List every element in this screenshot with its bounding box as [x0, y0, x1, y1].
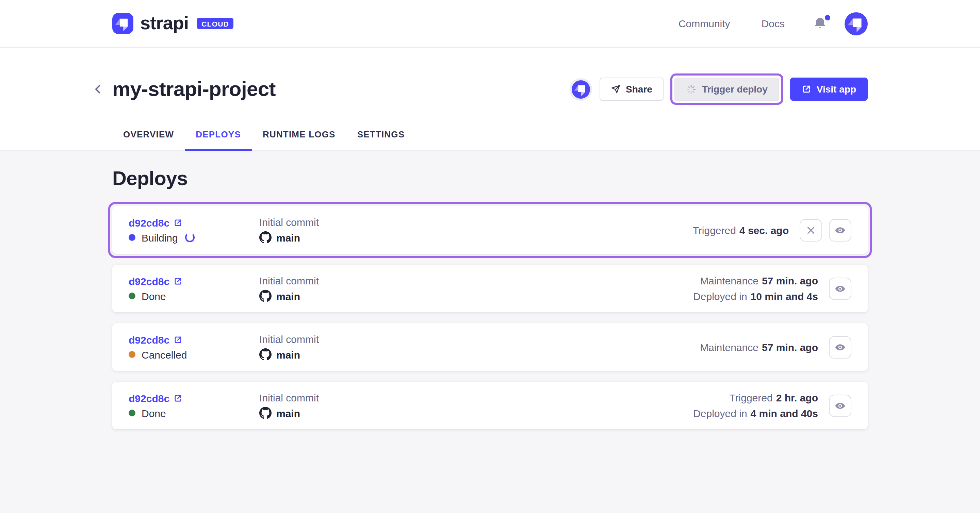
- meta-value: 10 min and 4s: [751, 291, 818, 302]
- deploy-card[interactable]: d92cd8c Building Initial commit main: [112, 206, 868, 254]
- branch-line: main: [259, 290, 319, 302]
- deploy-id-block: d92cd8c Done: [129, 275, 259, 302]
- brand[interactable]: strapi CLOUD: [112, 13, 234, 34]
- trigger-deploy-highlight: Trigger deploy: [671, 73, 783, 105]
- deploy-actions: [829, 277, 851, 300]
- deploy-meta-line-2: Deployed in10 min and 4s: [693, 289, 818, 303]
- user-avatar[interactable]: [845, 12, 868, 35]
- share-button[interactable]: Share: [599, 78, 664, 101]
- deploy-hash-link[interactable]: d92cd8c: [129, 392, 182, 404]
- tab-deploys[interactable]: DEPLOYS: [185, 118, 252, 151]
- meta-label: Maintenance: [700, 341, 759, 353]
- status-label: Building: [142, 232, 178, 243]
- eye-icon: [834, 224, 846, 236]
- branch-line: main: [259, 407, 319, 419]
- branch-name: main: [276, 349, 300, 360]
- meta-value: 57 min. ago: [762, 341, 818, 353]
- tab-settings[interactable]: SETTINGS: [347, 118, 416, 151]
- deploy-id-block: d92cd8c Cancelled: [129, 334, 259, 360]
- branch-name: main: [276, 290, 300, 302]
- deploy-meta-line-1: Maintenance57 min. ago: [693, 273, 818, 288]
- top-header: strapi CLOUD Community Docs: [0, 0, 980, 48]
- deploy-card[interactable]: d92cd8c Done Initial commit main Mai: [112, 265, 868, 312]
- project-avatar: [571, 80, 590, 98]
- share-label: Share: [626, 84, 652, 95]
- strapi-avatar-icon: [571, 80, 590, 98]
- eye-icon: [834, 400, 846, 411]
- nav-link-docs[interactable]: Docs: [762, 18, 785, 29]
- top-nav: Community Docs: [679, 12, 868, 35]
- deploy-status: Cancelled: [129, 349, 259, 360]
- trigger-deploy-button[interactable]: Trigger deploy: [675, 78, 779, 101]
- tabs-strip: OVERVIEW DEPLOYS RUNTIME LOGS SETTINGS: [0, 118, 980, 151]
- back-button[interactable]: [89, 80, 107, 98]
- deploy-status: Done: [129, 407, 259, 419]
- chevron-left-icon: [92, 83, 104, 95]
- meta-label: Deployed in: [693, 408, 747, 419]
- deploy-status: Building: [129, 232, 259, 243]
- status-dot: [129, 410, 135, 416]
- github-icon: [259, 290, 272, 302]
- nav-link-community[interactable]: Community: [679, 18, 730, 29]
- page-title: my-strapi-project: [112, 78, 275, 101]
- content: Deploys d92cd8c Building Initial commit: [0, 151, 980, 513]
- page-head: my-strapi-project Share Trigger deploy: [0, 48, 980, 105]
- strapi-avatar-icon: [845, 12, 868, 35]
- status-label: Done: [142, 407, 166, 419]
- status-label: Cancelled: [142, 349, 187, 360]
- deploy-hash: d92cd8c: [129, 275, 169, 287]
- deploy-hash: d92cd8c: [129, 392, 169, 404]
- commit-message: Initial commit: [259, 392, 319, 403]
- deploy-list: d92cd8c Building Initial commit main: [112, 202, 868, 429]
- external-link-icon: [173, 276, 182, 286]
- commit-block: Initial commit main: [259, 334, 319, 361]
- deploy-row: d92cd8c Building Initial commit main: [108, 202, 872, 258]
- deploy-row: d92cd8c Cancelled Initial commit main: [112, 323, 868, 371]
- section-heading: Deploys: [112, 167, 868, 190]
- status-dot: [129, 234, 135, 241]
- trigger-deploy-label: Trigger deploy: [702, 84, 768, 95]
- view-deploy-button[interactable]: [829, 394, 851, 417]
- cancel-deploy-button[interactable]: [800, 219, 822, 241]
- external-link-icon: [173, 218, 182, 227]
- visit-app-button[interactable]: Visit app: [790, 78, 868, 101]
- deploy-meta-line-1: Triggered2 hr. ago: [693, 391, 818, 405]
- external-link-icon: [173, 394, 182, 402]
- tab-runtime-logs[interactable]: RUNTIME LOGS: [252, 118, 347, 151]
- deploy-meta: Maintenance57 min. ago: [700, 340, 818, 354]
- deploy-row: d92cd8c Done Initial commit main Tri: [112, 382, 868, 429]
- github-icon: [259, 348, 272, 361]
- meta-value: 2 hr. ago: [776, 392, 818, 403]
- deploy-hash-link[interactable]: d92cd8c: [129, 275, 182, 287]
- deploy-card[interactable]: d92cd8c Cancelled Initial commit main: [112, 323, 868, 371]
- github-icon: [259, 231, 272, 244]
- deploy-hash-link[interactable]: d92cd8c: [129, 217, 182, 228]
- tab-overview[interactable]: OVERVIEW: [112, 118, 185, 151]
- deploy-meta-line-1: Triggered4 sec. ago: [693, 223, 789, 237]
- deploy-id-block: d92cd8c Building: [129, 217, 259, 243]
- deploy-id-block: d92cd8c Done: [129, 392, 259, 419]
- deploy-card[interactable]: d92cd8c Done Initial commit main Tri: [112, 382, 868, 429]
- meta-label: Maintenance: [700, 275, 759, 286]
- meta-value: 4 min and 40s: [751, 408, 818, 419]
- status-dot: [129, 351, 135, 358]
- visit-app-label: Visit app: [817, 84, 856, 95]
- tabs: OVERVIEW DEPLOYS RUNTIME LOGS SETTINGS: [112, 118, 868, 150]
- brand-wordmark: strapi: [140, 13, 189, 34]
- meta-label: Triggered: [693, 224, 736, 236]
- notifications-button[interactable]: [813, 15, 828, 32]
- deploy-actions: [829, 394, 851, 417]
- status-dot: [129, 292, 135, 299]
- view-deploy-button[interactable]: [829, 219, 851, 241]
- view-deploy-button[interactable]: [829, 277, 851, 300]
- deploy-status: Done: [129, 290, 259, 302]
- eye-icon: [834, 341, 846, 353]
- deploy-hash-link[interactable]: d92cd8c: [129, 334, 182, 345]
- deploy-row: d92cd8c Done Initial commit main Mai: [112, 265, 868, 312]
- deploy-meta: Triggered2 hr. ago Deployed in4 min and …: [693, 391, 818, 421]
- deploy-meta-line-1: Maintenance57 min. ago: [700, 340, 818, 354]
- external-link-icon: [173, 335, 182, 344]
- head-actions: Share Trigger deploy Visit app: [571, 73, 868, 105]
- view-deploy-button[interactable]: [829, 336, 851, 358]
- branch-name: main: [276, 232, 300, 243]
